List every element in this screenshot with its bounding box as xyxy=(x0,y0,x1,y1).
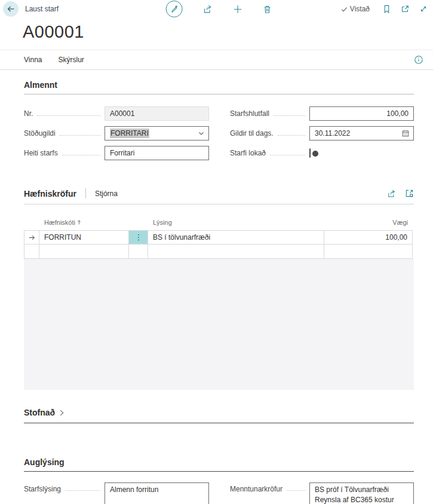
plus-icon xyxy=(232,4,242,14)
toggle-knob xyxy=(312,151,318,157)
delete-button[interactable] xyxy=(262,4,272,14)
save-status: Vistað xyxy=(340,5,370,13)
dotted-leader xyxy=(270,155,305,155)
table-header-row: Hæfniskóti Lýsing Vægi xyxy=(24,219,414,230)
popout-icon xyxy=(400,4,410,14)
section-haefniskrofur: Hæfniskröfur Stjórna Hæfniskóti xyxy=(0,188,433,390)
starfi-lokad-label: Starfi lokað xyxy=(230,149,266,157)
column-header-vaegi[interactable]: Vægi xyxy=(324,219,413,226)
gildir-til-dags-label: Gildir til dags. xyxy=(230,129,274,138)
starfshlutfall-label: Starfshlutfall xyxy=(230,109,269,118)
page-caption: Laust starf xyxy=(25,5,59,13)
chevron-down-icon[interactable] xyxy=(198,130,205,137)
active-row-indicator xyxy=(24,230,39,245)
empty-cell[interactable] xyxy=(24,245,39,259)
dotted-leader xyxy=(287,490,305,491)
almennt-heading[interactable]: Almennt xyxy=(24,80,414,94)
column-header-lysing[interactable]: Lýsing xyxy=(148,219,324,226)
field-heiti-starfs: Heiti starfs xyxy=(24,146,209,160)
haefniskrofur-heading[interactable]: Hæfniskröfur xyxy=(24,189,76,198)
menu-bar: Vinna Skýrslur xyxy=(0,50,433,70)
haefniskrofur-table: Hæfniskóti Lýsing Vægi FORRITUN BS í töl… xyxy=(24,219,414,390)
share-icon xyxy=(202,4,213,14)
empty-cell[interactable] xyxy=(129,245,148,259)
nr-label: Nr. xyxy=(24,109,33,118)
field-starfshlutfall: Starfshlutfall xyxy=(230,106,414,121)
starfslysing-textarea[interactable]: Almenn forritun xyxy=(105,482,209,504)
dotted-leader xyxy=(278,135,305,136)
haefniskrofur-header: Hæfniskröfur Stjórna xyxy=(24,188,414,204)
box-arrow-icon xyxy=(405,189,414,198)
starfshlutfall-input[interactable] xyxy=(309,106,414,121)
header-selector-cell xyxy=(24,219,39,226)
checkmark-icon xyxy=(340,5,348,13)
bookmark-icon xyxy=(382,4,391,14)
menntunarkrofur-textarea[interactable]: BS próf í Tölvunarfræði Reynsla af BC365… xyxy=(309,482,414,504)
part-icons xyxy=(386,188,414,198)
stodugildi-label: Stöðugildi xyxy=(24,129,56,138)
expand-button[interactable] xyxy=(419,4,428,14)
column-label: Hæfniskóti xyxy=(44,219,75,226)
field-starfi-lokad: Starfi lokað xyxy=(230,146,414,160)
stodugildi-combobox[interactable]: FORRITARI xyxy=(105,126,209,140)
dotted-leader xyxy=(65,490,100,491)
field-gildir-til-dags: Gildir til dags. xyxy=(230,126,414,140)
bookmark-button[interactable] xyxy=(382,4,391,14)
header-spacer-cell xyxy=(129,219,148,226)
gildir-til-dags-input[interactable] xyxy=(309,126,414,140)
ellipsis-vertical-icon xyxy=(137,233,140,242)
auglysing-heading[interactable]: Auglýsing xyxy=(24,457,414,472)
menu-item-skyrslur[interactable]: Skýrslur xyxy=(58,56,84,64)
header-divider xyxy=(85,188,86,198)
nr-input xyxy=(105,106,209,121)
dotted-leader xyxy=(37,115,100,116)
back-button[interactable] xyxy=(3,1,19,17)
cell-vaegi[interactable]: 100,00 xyxy=(324,230,413,245)
open-in-excel-button[interactable] xyxy=(405,189,414,198)
heiti-starfs-label: Heiti starfs xyxy=(24,149,58,157)
auglysing-fields: Starfslýsing Almenn forritun Menntunarkr… xyxy=(24,482,414,504)
menntunarkrofur-label: Menntunarkröfur xyxy=(230,482,282,493)
sort-ascending-icon xyxy=(76,219,82,225)
dotted-leader xyxy=(274,115,305,116)
expand-icon xyxy=(419,4,428,14)
section-almennt: Almennt Nr. Starfshlutfall Stöðugildi FO… xyxy=(0,80,433,160)
menu-item-vinna[interactable]: Vinna xyxy=(24,56,42,64)
stofnad-label: Stofnað xyxy=(24,408,55,417)
stodugildi-value: FORRITARI xyxy=(110,129,149,138)
column-header-haefniskoti[interactable]: Hæfniskóti xyxy=(39,219,129,226)
open-in-new-window-button[interactable] xyxy=(400,4,410,14)
stofnad-heading[interactable]: Stofnað xyxy=(24,408,414,423)
new-button[interactable] xyxy=(232,4,242,14)
almennt-fields: Nr. Starfshlutfall Stöðugildi FORRITARI xyxy=(24,106,414,160)
section-stofnad: Stofnað xyxy=(0,408,433,423)
field-menntunarkrofur: Menntunarkröfur BS próf í Tölvunarfræði … xyxy=(230,482,414,504)
edit-button[interactable] xyxy=(165,1,182,17)
cell-haefniskoti[interactable]: FORRITUN xyxy=(39,230,129,245)
save-status-label: Vistað xyxy=(350,5,370,13)
table-empty-area xyxy=(24,259,414,390)
row-options-button[interactable] xyxy=(129,230,148,245)
share-button[interactable] xyxy=(202,4,213,14)
empty-cell[interactable] xyxy=(148,245,324,259)
top-bar: Laust starf Vistað xyxy=(0,0,433,17)
table-row: FORRITUN BS í tölvunarfræði 100,00 xyxy=(24,230,414,245)
starfslysing-label: Starfslýsing xyxy=(24,482,61,493)
cell-lysing[interactable]: BS í tölvunarfræði xyxy=(148,230,324,245)
table-row-empty xyxy=(24,245,414,259)
part-share-button[interactable] xyxy=(386,188,397,198)
starfi-lokad-toggle[interactable] xyxy=(309,148,311,158)
info-button[interactable] xyxy=(414,55,423,65)
pencil-icon xyxy=(169,4,179,14)
section-auglysing: Auglýsing Starfslýsing Almenn forritun M… xyxy=(0,457,433,504)
action-bar xyxy=(165,1,272,17)
trash-icon xyxy=(262,4,272,14)
empty-cell[interactable] xyxy=(324,245,413,259)
heiti-starfs-input[interactable] xyxy=(105,146,209,160)
back-arrow-icon xyxy=(5,4,16,14)
empty-cell[interactable] xyxy=(39,245,129,259)
field-starfslysing: Starfslýsing Almenn forritun xyxy=(24,482,209,504)
dotted-leader xyxy=(62,155,100,155)
menu-item-stjorna[interactable]: Stjórna xyxy=(95,190,118,198)
window-controls: Vistað xyxy=(340,4,428,14)
